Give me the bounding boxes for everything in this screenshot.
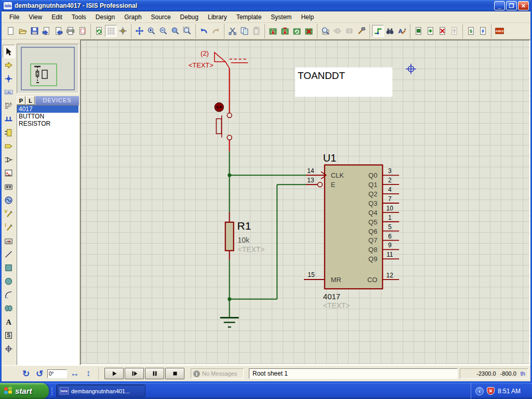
save-document-icon[interactable] xyxy=(29,25,41,37)
mode-text-2d-icon[interactable]: A xyxy=(3,315,15,328)
mode-current-probe-icon[interactable]: I xyxy=(3,220,15,234)
menu-source[interactable]: Source xyxy=(147,12,176,22)
design-explorer-icon[interactable] xyxy=(413,25,424,37)
pick-device-icon[interactable] xyxy=(320,25,331,37)
device-item[interactable]: RESISTOR xyxy=(17,120,78,127)
pick-devices-button[interactable]: P xyxy=(17,96,25,105)
bill-of-materials-icon[interactable]: $ xyxy=(465,25,477,37)
new-sheet-icon[interactable] xyxy=(424,25,436,37)
netlist-to-ares-icon[interactable]: ARES xyxy=(494,25,506,37)
stop-button[interactable] xyxy=(165,368,184,379)
device-item[interactable]: 4017 xyxy=(17,105,78,113)
mode-graph-icon[interactable] xyxy=(3,166,15,180)
electrical-check-icon[interactable] xyxy=(477,25,489,37)
menu-view[interactable]: View xyxy=(24,12,47,22)
redraw-icon[interactable] xyxy=(93,25,105,37)
search-tag-icon[interactable] xyxy=(384,25,396,37)
mode-wire-label-icon[interactable]: LBL xyxy=(3,85,15,99)
mode-box-2d-icon[interactable] xyxy=(3,261,15,274)
mode-virtual-instrument-icon[interactable] xyxy=(3,234,15,247)
undo-icon[interactable] xyxy=(198,25,210,37)
tray-chevron-icon[interactable]: ‹ xyxy=(475,387,484,395)
minimize-button[interactable]: _ xyxy=(494,1,505,10)
wire-autorouter-icon[interactable] xyxy=(372,25,384,37)
title-bar[interactable]: isis dembangnutnhan4017 - ISIS Professio… xyxy=(2,0,530,11)
menu-help[interactable]: Help xyxy=(296,12,318,22)
zoom-out-icon[interactable] xyxy=(157,25,169,37)
mode-junction-dot-icon[interactable] xyxy=(3,72,15,85)
step-button[interactable] xyxy=(125,368,144,379)
close-button[interactable]: ✕ xyxy=(518,1,529,10)
goto-parent-icon[interactable] xyxy=(448,25,460,37)
origin-icon[interactable] xyxy=(117,25,129,37)
play-button[interactable] xyxy=(104,368,124,379)
import-document-icon[interactable] xyxy=(41,25,52,37)
decompose-icon[interactable] xyxy=(355,25,367,37)
ground-symbol[interactable] xyxy=(220,318,239,327)
open-document-icon[interactable] xyxy=(17,25,29,37)
schematic-canvas[interactable]: (2) <TEXT> xyxy=(80,39,530,365)
packaging-tool-icon[interactable] xyxy=(343,25,355,37)
menu-library[interactable]: Library xyxy=(203,12,232,22)
resistor-component[interactable]: R1 10k <TEXT> xyxy=(225,212,265,260)
zoom-all-icon[interactable] xyxy=(169,25,181,37)
redo-icon[interactable] xyxy=(210,25,222,37)
mode-generator-icon[interactable] xyxy=(3,193,15,207)
zoom-in-icon[interactable] xyxy=(145,25,157,37)
security-shield-icon[interactable]: ✕ xyxy=(487,387,495,395)
mode-line-2d-icon[interactable] xyxy=(3,247,15,261)
rotation-angle-input[interactable] xyxy=(47,369,67,378)
menu-design[interactable]: Design xyxy=(91,12,119,22)
flip-horizontal-button[interactable]: ↔ xyxy=(69,368,81,379)
mode-voltage-probe-icon[interactable]: V xyxy=(3,207,15,220)
paste-icon[interactable] xyxy=(250,25,262,37)
remove-sheet-icon[interactable] xyxy=(436,25,448,37)
mode-arc-2d-icon[interactable] xyxy=(3,288,15,301)
mode-terminal-icon[interactable] xyxy=(3,139,15,153)
delete-tagged-icon[interactable] xyxy=(303,25,315,37)
print-icon[interactable] xyxy=(64,25,76,37)
rotate-clockwise-button[interactable]: ↻ xyxy=(20,368,32,379)
text-box[interactable]: TOANDDT xyxy=(295,68,392,97)
mode-symbol-2d-icon[interactable]: S xyxy=(3,328,15,342)
mode-subcircuit-icon[interactable] xyxy=(3,126,15,139)
mode-bus-icon[interactable] xyxy=(3,112,15,126)
export-document-icon[interactable] xyxy=(52,25,64,37)
rotate-tagged-icon[interactable] xyxy=(291,25,303,37)
mode-circle-2d-icon[interactable] xyxy=(3,274,15,288)
pause-button[interactable] xyxy=(145,368,164,379)
pan-icon[interactable] xyxy=(134,25,145,37)
flip-vertical-button[interactable]: ↕ xyxy=(83,368,94,379)
rotate-anticlockwise-button[interactable]: ↺ xyxy=(34,368,45,379)
menu-graph[interactable]: Graph xyxy=(119,12,146,22)
taskbar-item-isis[interactable]: isis dembangnutnhan401... xyxy=(56,384,145,397)
toggle-grid-icon[interactable] xyxy=(105,25,117,37)
menu-system[interactable]: System xyxy=(266,12,296,22)
menu-file[interactable]: File xyxy=(5,12,24,22)
mode-component-icon[interactable] xyxy=(3,58,15,72)
device-item[interactable]: BUTTON xyxy=(17,113,78,120)
u1-component[interactable]: U1 4017 <TEXT> Q03Q12Q24Q37Q410Q51Q65Q76… xyxy=(304,153,399,310)
mode-device-pin-icon[interactable] xyxy=(3,153,15,166)
move-tagged-icon[interactable] xyxy=(279,25,291,37)
menu-debug[interactable]: Debug xyxy=(176,12,203,22)
menu-template[interactable]: Template xyxy=(232,12,267,22)
mode-text-script-icon[interactable] xyxy=(3,99,15,112)
library-manager-button[interactable]: L xyxy=(26,96,35,105)
menu-edit[interactable]: Edit xyxy=(47,12,67,22)
mode-selection-icon[interactable] xyxy=(3,45,15,58)
overview-viewport[interactable] xyxy=(31,64,57,86)
cut-icon[interactable] xyxy=(227,25,238,37)
zoom-area-icon[interactable] xyxy=(181,25,193,37)
mode-tape-recorder-icon[interactable] xyxy=(3,180,15,193)
start-button[interactable]: start xyxy=(0,383,49,399)
overview-window[interactable] xyxy=(17,44,79,94)
restore-button[interactable]: ❐ xyxy=(506,1,517,10)
copy-icon[interactable] xyxy=(238,25,250,37)
copy-tagged-icon[interactable] xyxy=(267,25,279,37)
mode-marker-2d-icon[interactable] xyxy=(3,342,15,355)
menu-tools[interactable]: Tools xyxy=(67,12,91,22)
new-document-icon[interactable] xyxy=(5,25,17,37)
source-symbol[interactable]: (2) <TEXT> xyxy=(189,49,248,69)
mode-path-2d-icon[interactable] xyxy=(3,301,15,315)
